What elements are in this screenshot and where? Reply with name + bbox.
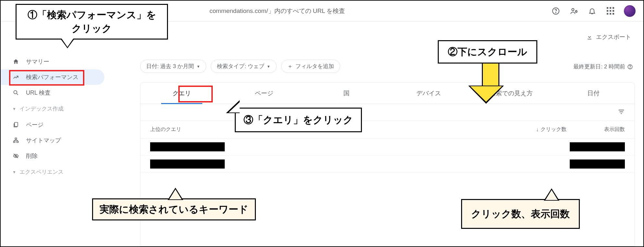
redacted-value	[570, 159, 625, 169]
chevron-down-icon: ▼	[197, 65, 200, 68]
callout-step1: ①「検索パフォーマンス」をクリック	[16, 4, 168, 40]
sidebar-label: サマリー	[26, 58, 49, 65]
pages-icon	[12, 121, 19, 128]
sidebar-item-summary[interactable]: サマリー	[1, 54, 104, 69]
chip-label: 日付: 過去 3 か月間	[146, 63, 194, 70]
callout-step2: ②下にスクロール	[438, 40, 537, 64]
visibility-off-icon	[12, 152, 19, 159]
topbar-actions	[551, 5, 636, 17]
avatar[interactable]	[624, 5, 636, 17]
sidebar-label: URL 検査	[26, 89, 51, 97]
sort-down-icon: ↓	[536, 127, 539, 133]
table-row[interactable]	[140, 156, 635, 173]
callout-text: ③「クエリ」をクリック	[244, 114, 353, 125]
apps-icon[interactable]	[606, 6, 615, 16]
col-label: クリック数	[541, 126, 566, 133]
chip-label: フィルタを追加	[295, 63, 334, 70]
callout-text: ②下にスクロール	[448, 46, 527, 57]
callout-step3: ③「クエリ」をクリック	[235, 108, 362, 132]
svg-point-1	[555, 12, 556, 13]
chip-add-filter[interactable]: ＋ フィルタを追加	[281, 60, 340, 73]
redacted-query	[150, 142, 225, 151]
sidebar-section-experience[interactable]: ▼ エクスペリエンス	[1, 164, 104, 180]
redacted-query	[150, 159, 225, 169]
tab-label: ページ	[255, 89, 273, 98]
sidebar-section-label: インデックス作成	[19, 105, 64, 112]
help-icon[interactable]	[627, 64, 633, 70]
redacted-value	[570, 142, 625, 151]
table-header: 上位のクエリ ↓ クリック数 表示回数	[140, 121, 635, 138]
help-icon[interactable]	[551, 6, 560, 16]
sidebar-label: 検索パフォーマンス	[26, 73, 78, 81]
last-update-text: 最終更新日: 2 時間前	[573, 63, 625, 70]
table-toolbar	[140, 104, 635, 121]
sidebar-item-performance[interactable]: 検索パフォーマンス	[1, 69, 104, 85]
chip-label: 検索タイプ: ウェブ	[217, 63, 264, 70]
callout-text: クリック数、表示回数	[471, 208, 570, 219]
svg-rect-7	[14, 141, 15, 143]
sidebar-item-sitemap[interactable]: サイトマップ	[1, 133, 104, 148]
trending-icon	[12, 74, 19, 81]
callout-metrics: クリック数、表示回数	[461, 199, 580, 229]
tab-label: クエリ	[173, 89, 191, 98]
sitemap-icon	[12, 137, 19, 144]
svg-point-2	[572, 8, 574, 11]
scroll-down-arrow	[477, 59, 504, 104]
export-label: エクスポート	[596, 33, 631, 41]
sidebar-section-label: エクスペリエンス	[19, 168, 64, 176]
sidebar-label: ページ	[26, 121, 43, 129]
tab-query[interactable]: クエリ	[140, 83, 223, 104]
callout-keywords: 実際に検索されているキーワード	[92, 198, 256, 220]
sidebar-label: 削除	[26, 152, 38, 160]
chevron-down-icon: ▼	[12, 170, 16, 174]
notifications-icon[interactable]	[588, 6, 597, 16]
svg-rect-8	[17, 141, 18, 143]
chip-search-type[interactable]: 検索タイプ: ウェブ ▼	[211, 60, 276, 73]
sidebar-item-removals[interactable]: 削除	[1, 148, 104, 164]
tab-country[interactable]: 国	[305, 83, 388, 104]
plus-icon: ＋	[287, 63, 293, 70]
chip-date[interactable]: 日付: 過去 3 か月間 ▼	[140, 60, 206, 73]
filter-chips: 日付: 過去 3 か月間 ▼ 検索タイプ: ウェブ ▼ ＋ フィルタを追加	[140, 60, 340, 73]
svg-point-11	[630, 68, 630, 68]
svg-rect-6	[15, 138, 17, 139]
tab-label: 日付	[587, 89, 600, 98]
chevron-down-icon: ▼	[12, 107, 16, 111]
tab-device[interactable]: デバイス	[388, 83, 470, 104]
tabbar: クエリ ページ 国 デバイス 検索での見え方 日付	[140, 83, 635, 104]
export-button[interactable]: エクスポート	[586, 33, 631, 41]
chevron-down-icon: ▼	[267, 65, 270, 68]
svg-point-4	[14, 90, 17, 94]
sidebar-section-indexing[interactable]: ▼ インデックス作成	[1, 100, 104, 117]
callout-text: ①「検索パフォーマンス」をクリック	[28, 9, 156, 34]
sidebar-item-url-inspect[interactable]: URL 検査	[1, 85, 104, 100]
home-icon	[12, 58, 19, 65]
filter-icon[interactable]	[618, 108, 625, 117]
search-icon	[12, 89, 19, 96]
tab-label: デバイス	[416, 89, 441, 98]
tab-date[interactable]: 日付	[552, 83, 635, 104]
sidebar: サマリー 検索パフォーマンス URL 検査 ▼ インデックス作成 ページ サイト…	[1, 21, 104, 246]
col-impressions[interactable]: 表示回数	[579, 126, 625, 133]
tab-label: 国	[343, 89, 350, 98]
user-settings-icon[interactable]	[569, 6, 578, 16]
sidebar-item-pages[interactable]: ページ	[1, 117, 104, 133]
url-inspect-hint: commendations.com/」内のすべての URL を検査	[209, 7, 345, 15]
last-update: 最終更新日: 2 時間前	[573, 63, 633, 70]
table-row[interactable]	[140, 138, 635, 156]
callout-text: 実際に検索されているキーワード	[100, 204, 248, 215]
sidebar-label: サイトマップ	[26, 136, 61, 144]
col-clicks[interactable]: ↓ クリック数	[508, 126, 566, 133]
svg-rect-5	[15, 123, 18, 127]
